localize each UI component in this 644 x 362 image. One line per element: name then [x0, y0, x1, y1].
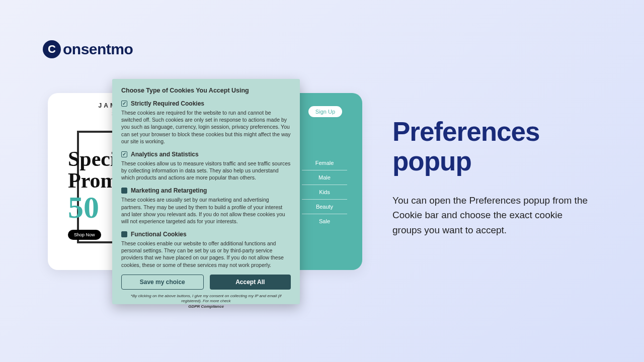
- consent-note-text: *By clicking on the above buttons, I giv…: [131, 294, 281, 303]
- category-item[interactable]: Sale: [302, 214, 347, 228]
- cookie-label: Analytics and Statistics: [131, 151, 199, 158]
- promo-text: Speci Prom 50: [68, 148, 118, 223]
- promo-line3: 50: [68, 192, 118, 223]
- checkbox-strict[interactable]: [121, 101, 127, 107]
- category-list: Female Male Kids Beauty Sale: [302, 156, 347, 228]
- signup-button[interactable]: Sign Up: [307, 105, 343, 118]
- cookie-label: Strictly Required Cookies: [131, 100, 204, 107]
- brand-logo: C onsentmo: [43, 40, 133, 58]
- category-item[interactable]: Beauty: [302, 200, 347, 214]
- heading-line2: popup: [392, 146, 471, 176]
- feature-heading: Preferences popup: [392, 117, 596, 176]
- save-choice-button[interactable]: Save my choice: [121, 275, 204, 290]
- popup-button-row: Save my choice Accept All: [121, 275, 291, 290]
- category-item[interactable]: Female: [302, 156, 347, 170]
- logo-text: onsentmo: [63, 41, 133, 58]
- shop-now-button[interactable]: Shop Now: [68, 230, 101, 240]
- preferences-popup: Choose Type of Cookies You Accept Using …: [112, 79, 300, 304]
- cookie-group-analytics: Analytics and Statistics These cookies a…: [121, 151, 291, 182]
- cookie-group-marketing: Marketing and Retargeting These cookies …: [121, 187, 291, 225]
- cookie-description: These cookies allow us to measure visito…: [121, 160, 291, 182]
- accept-all-button[interactable]: Accept All: [210, 275, 291, 290]
- cookie-label: Marketing and Retargeting: [131, 187, 207, 194]
- cookie-description: These cookies are required for the websi…: [121, 109, 291, 145]
- gdpr-link[interactable]: GDPR Compliance: [188, 304, 224, 309]
- checkbox-analytics[interactable]: [121, 151, 127, 157]
- checkbox-functional[interactable]: [121, 231, 127, 237]
- feature-description: You can open the Preferences popup from …: [392, 193, 594, 237]
- checkbox-marketing[interactable]: [121, 188, 127, 194]
- logo-mark-icon: C: [43, 40, 61, 58]
- consent-note: *By clicking on the above buttons, I giv…: [121, 294, 291, 309]
- cookie-label: Functional Cookies: [131, 231, 187, 238]
- popup-title: Choose Type of Cookies You Accept Using: [121, 87, 291, 94]
- promo-line2: Prom: [68, 170, 118, 192]
- category-item[interactable]: Kids: [302, 185, 347, 200]
- cookie-description: These cookies enable our website to offe…: [121, 240, 291, 268]
- category-item[interactable]: Male: [302, 170, 347, 185]
- cookie-group-strict: Strictly Required Cookies These cookies …: [121, 100, 291, 145]
- heading-line1: Preferences: [392, 117, 539, 146]
- promo-line1: Speci: [68, 148, 118, 170]
- cookie-group-functional: Functional Cookies These cookies enable …: [121, 231, 291, 268]
- cookie-description: These cookies are usually set by our mar…: [121, 196, 291, 225]
